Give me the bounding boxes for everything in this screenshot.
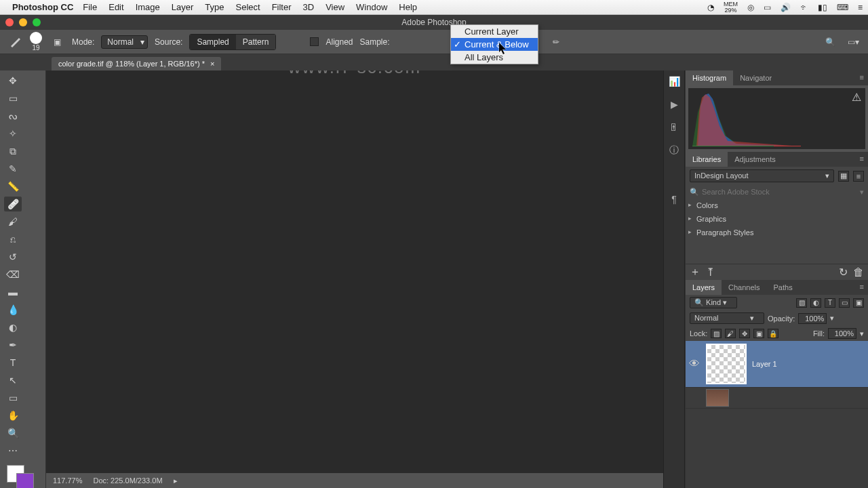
tree-paragraph-styles[interactable]: Paragraph Styles <box>686 226 868 239</box>
menu-file[interactable]: File <box>83 2 97 12</box>
menu-filter[interactable]: Filter <box>272 2 292 12</box>
dock-adjust-icon[interactable]: 🎚 <box>668 122 680 133</box>
search-stock-input[interactable] <box>699 186 860 197</box>
dock-play-icon[interactable]: ▶ <box>668 99 680 110</box>
menu-view[interactable]: View <box>326 2 344 12</box>
opacity-input[interactable] <box>798 313 827 324</box>
filter-kind-select[interactable]: 🔍 Kind ▾ <box>690 297 737 308</box>
fill-input[interactable] <box>828 328 856 339</box>
tab-channels[interactable]: Channels <box>722 280 766 295</box>
search-dropdown-icon[interactable]: ▾ <box>860 188 864 197</box>
app-name[interactable]: Photoshop CC <box>12 2 73 12</box>
layer-visibility-icon[interactable]: 👁 <box>688 358 701 370</box>
menu-type[interactable]: Type <box>205 2 224 12</box>
layer-name[interactable]: Layer 1 <box>752 360 777 368</box>
tree-colors[interactable]: Colors <box>686 199 868 212</box>
wifi-icon[interactable]: ᯤ <box>800 3 808 12</box>
filter-adjust-icon[interactable]: ◐ <box>810 298 821 308</box>
healing-brush-tool[interactable]: 🩹 <box>4 197 22 211</box>
lock-transparency-icon[interactable]: ▨ <box>711 329 722 338</box>
move-tool[interactable]: ✥ <box>4 73 22 88</box>
pressure-icon[interactable]: ✏ <box>548 34 564 50</box>
layers-flyout-icon[interactable]: ≡ <box>856 280 868 295</box>
brush-tool[interactable]: 🖌 <box>4 214 22 229</box>
layer-thumbnail[interactable] <box>706 344 747 384</box>
display-icon[interactable]: ▭ <box>764 3 771 12</box>
cloud-icon[interactable]: ◔ <box>707 3 714 12</box>
eyedropper-tool[interactable]: ✎ <box>4 161 22 176</box>
keyboard-icon[interactable]: ⌨ <box>837 3 848 12</box>
dodge-tool[interactable]: ◐ <box>4 320 22 335</box>
marquee-tool[interactable]: ▭ <box>4 91 22 106</box>
tab-histogram[interactable]: Histogram <box>686 70 733 85</box>
path-tool[interactable]: ↖ <box>4 373 22 388</box>
source-pattern[interactable]: Pattern <box>236 35 276 49</box>
doc-size[interactable]: Doc: 225.0M/233.0M <box>93 476 162 485</box>
sample-current-and-below[interactable]: ✓Current & Below <box>451 38 538 51</box>
filter-smart-icon[interactable]: ▣ <box>853 298 864 308</box>
gradient-tool[interactable]: ▬ <box>4 285 22 300</box>
zoom-tool[interactable]: 🔍 <box>4 426 22 441</box>
type-tool[interactable]: T <box>4 355 22 370</box>
menu-help[interactable]: Help <box>399 2 417 12</box>
layer-row[interactable] <box>686 388 868 409</box>
fill-chevron-icon[interactable]: ▾ <box>860 329 864 338</box>
pen-tool[interactable]: ✒ <box>4 338 22 352</box>
opacity-chevron-icon[interactable]: ▾ <box>830 314 834 323</box>
tab-navigator[interactable]: Navigator <box>733 70 778 85</box>
dock-paragraph-icon[interactable]: ¶ <box>668 194 680 205</box>
healing-brush-tool-icon[interactable] <box>7 34 23 50</box>
magic-wand-tool[interactable]: ✧ <box>4 126 22 141</box>
sound-icon[interactable]: 🔊 <box>781 3 791 12</box>
menu-layer[interactable]: Layer <box>172 2 194 12</box>
shape-tool[interactable]: ▭ <box>4 390 22 405</box>
background-color[interactable] <box>16 473 34 488</box>
clone-stamp-tool[interactable]: ⎌ <box>4 232 22 247</box>
lock-image-icon[interactable]: 🖌 <box>725 329 736 338</box>
menu-image[interactable]: Image <box>136 2 160 12</box>
source-sampled[interactable]: Sampled <box>190 35 235 49</box>
histogram-flyout-icon[interactable]: ≡ <box>856 70 868 85</box>
grid-view-icon[interactable]: ▦ <box>838 171 849 182</box>
zoom-level[interactable]: 117.77% <box>53 476 82 485</box>
menu-3d[interactable]: 3D <box>303 2 315 12</box>
cc-icon[interactable]: ◎ <box>747 3 754 12</box>
minimize-window[interactable] <box>19 18 27 26</box>
filter-shape-icon[interactable]: ▭ <box>839 298 850 308</box>
close-window[interactable] <box>5 18 14 26</box>
histogram-warning-icon[interactable]: ⚠ <box>852 91 861 104</box>
layer-blend-mode[interactable]: Normal ▾ <box>690 312 764 324</box>
hand-tool[interactable]: ✋ <box>4 408 22 423</box>
sample-all-layers[interactable]: All Layers <box>451 51 538 64</box>
search-icon[interactable]: 🔍 <box>822 34 838 50</box>
brush-panel-toggle-icon[interactable]: ▣ <box>49 34 65 50</box>
brush-preview[interactable] <box>30 32 42 44</box>
color-swatches[interactable] <box>4 465 37 488</box>
tree-graphics[interactable]: Graphics <box>686 212 868 226</box>
history-brush-tool[interactable]: ↺ <box>4 249 22 264</box>
lib-add-icon[interactable]: ＋ <box>690 265 701 279</box>
tab-layers[interactable]: Layers <box>686 280 722 295</box>
filter-pixel-icon[interactable]: ▧ <box>796 298 807 308</box>
libraries-flyout-icon[interactable]: ≡ <box>856 152 868 167</box>
dock-info-icon[interactable]: ⓘ <box>668 145 680 156</box>
edit-toolbar[interactable]: ⋯ <box>4 443 22 458</box>
menulist-icon[interactable]: ≡ <box>858 3 863 12</box>
lock-artboard-icon[interactable]: ▣ <box>753 329 764 338</box>
lock-all-icon[interactable]: 🔒 <box>768 329 778 338</box>
lock-position-icon[interactable]: ✥ <box>739 329 750 338</box>
eraser-tool[interactable]: ⌫ <box>4 267 22 282</box>
document-tab[interactable]: color grade.tif @ 118% (Layer 1, RGB/16*… <box>52 57 221 70</box>
blur-tool[interactable]: 💧 <box>4 302 22 317</box>
list-view-icon[interactable]: ≡ <box>853 171 864 182</box>
lib-upload-icon[interactable]: ⤒ <box>706 266 715 279</box>
menu-select[interactable]: Select <box>235 2 260 12</box>
crop-tool[interactable]: ⧉ <box>4 144 22 159</box>
aligned-checkbox[interactable] <box>310 37 319 46</box>
menu-edit[interactable]: Edit <box>108 2 123 12</box>
filter-type-icon[interactable]: T <box>825 298 835 308</box>
tab-libraries[interactable]: Libraries <box>686 152 728 167</box>
sample-current-layer[interactable]: Current Layer <box>451 25 538 38</box>
battery-icon[interactable]: ▮▯ <box>818 3 827 12</box>
zoom-window[interactable] <box>33 18 41 26</box>
